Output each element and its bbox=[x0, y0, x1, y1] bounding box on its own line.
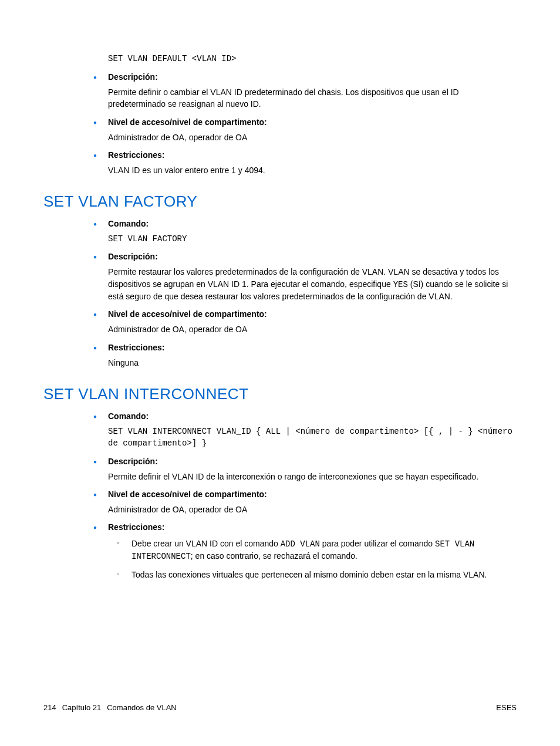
list-item: Nivel de acceso/nivel de compartimento: … bbox=[85, 117, 517, 143]
item-label: Nivel de acceso/nivel de compartimento: bbox=[108, 117, 517, 127]
section-heading: SET VLAN FACTORY bbox=[43, 193, 517, 211]
item-label: Comando: bbox=[108, 411, 517, 421]
item-label: Descripción: bbox=[108, 72, 517, 82]
item-label: Nivel de acceso/nivel de compartimento: bbox=[108, 490, 517, 499]
code-line: SET VLAN DEFAULT <VLAN ID> bbox=[108, 53, 517, 65]
sub-list-item: Debe crear un VLAN ID con el comando ADD… bbox=[108, 538, 517, 563]
chapter-label: Capítulo 21 bbox=[62, 703, 102, 712]
item-label: Restricciones: bbox=[108, 522, 517, 532]
chapter-title: Comandos de VLAN bbox=[107, 703, 177, 712]
page-footer: 214 Capítulo 21 Comandos de VLAN ESES bbox=[43, 703, 517, 712]
list-item: Restricciones: Debe crear un VLAN ID con… bbox=[85, 522, 517, 580]
bullet-list: Comando: SET VLAN INTERCONNECT VLAN_ID {… bbox=[85, 411, 517, 580]
section-0: Descripción: Permite definir o cambiar e… bbox=[85, 72, 517, 176]
bullet-list: Comando: SET VLAN FACTORY Descripción: P… bbox=[85, 219, 517, 369]
list-item: Nivel de acceso/nivel de compartimento: … bbox=[85, 490, 517, 515]
item-code: SET VLAN INTERCONNECT VLAN_ID { ALL | <n… bbox=[108, 426, 517, 450]
item-body: Administrador de OA, operador de OA bbox=[108, 504, 517, 515]
list-item: Descripción: Permite definir el VLAN ID … bbox=[85, 457, 517, 482]
section-2: Comando: SET VLAN INTERCONNECT VLAN_ID {… bbox=[85, 411, 517, 580]
list-item: Nivel de acceso/nivel de compartimento: … bbox=[85, 309, 517, 335]
item-label: Descripción: bbox=[108, 457, 517, 466]
list-item: Comando: SET VLAN FACTORY bbox=[85, 219, 517, 245]
section-heading: SET VLAN INTERCONNECT bbox=[43, 385, 517, 403]
text: para poder utilizar el comando bbox=[320, 539, 435, 548]
item-body: Permite restaurar los valores predetermi… bbox=[108, 266, 517, 302]
sub-list: Debe crear un VLAN ID con el comando ADD… bbox=[108, 538, 517, 580]
sub-list-item: Todas las conexiones virtuales que perte… bbox=[108, 569, 517, 580]
item-label: Descripción: bbox=[108, 252, 517, 261]
section-1: Comando: SET VLAN FACTORY Descripción: P… bbox=[85, 219, 517, 369]
bullet-list: Descripción: Permite definir o cambiar e… bbox=[85, 72, 517, 176]
text: Debe crear un VLAN ID con el comando bbox=[131, 539, 281, 548]
list-item: Restricciones: Ninguna bbox=[85, 343, 517, 369]
document-page: SET VLAN DEFAULT <VLAN ID> Descripción: … bbox=[0, 0, 560, 746]
item-label: Restricciones: bbox=[108, 343, 517, 352]
item-body: VLAN ID es un valor entero entre 1 y 409… bbox=[108, 164, 517, 176]
item-code: SET VLAN FACTORY bbox=[108, 233, 517, 245]
inline-code: YES bbox=[393, 280, 408, 289]
footer-right: ESES bbox=[496, 703, 517, 712]
list-item: Descripción: Permite definir o cambiar e… bbox=[85, 72, 517, 110]
page-number: 214 bbox=[43, 703, 56, 712]
item-body: Permite definir o cambiar el VLAN ID pre… bbox=[108, 86, 517, 110]
item-body: Administrador de OA, operador de OA bbox=[108, 131, 517, 143]
item-body: Ninguna bbox=[108, 357, 517, 369]
item-label: Comando: bbox=[108, 219, 517, 228]
list-item: Descripción: Permite restaurar los valor… bbox=[85, 252, 517, 302]
item-label: Nivel de acceso/nivel de compartimento: bbox=[108, 309, 517, 319]
item-label: Restricciones: bbox=[108, 150, 517, 160]
item-body: Permite definir el VLAN ID de la interco… bbox=[108, 471, 517, 482]
text: ; en caso contrario, se rechazará el com… bbox=[191, 551, 357, 561]
list-item: Restricciones: VLAN ID es un valor enter… bbox=[85, 150, 517, 176]
inline-code: ADD VLAN bbox=[281, 539, 320, 549]
list-item: Comando: SET VLAN INTERCONNECT VLAN_ID {… bbox=[85, 411, 517, 450]
item-body: Administrador de OA, operador de OA bbox=[108, 323, 517, 335]
footer-left: 214 Capítulo 21 Comandos de VLAN bbox=[43, 703, 177, 712]
